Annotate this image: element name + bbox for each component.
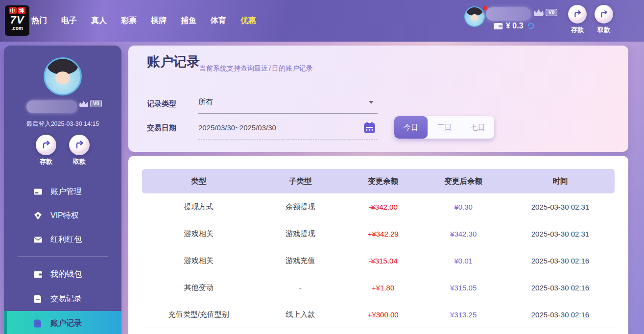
sidebar: V0 最后登入2025-03-30 14:15 存款 <box>4 46 121 334</box>
cell-time: 2025-03-30 02:16 <box>506 284 615 292</box>
logo-tld: .com <box>11 26 23 31</box>
table-row: 提现方式 余额提现 -¥342.00 ¥0.30 2025-03-30 02:3… <box>142 193 615 220</box>
cell-time: 2025-03-30 02:16 <box>506 257 615 265</box>
sidebar-menu-secondary: 我的钱包 交易记录 <box>4 262 121 334</box>
table-row: 其他变动 - +¥1.80 ¥315.05 2025-03-30 02:16 <box>142 274 615 301</box>
sidebar-divider <box>18 256 108 257</box>
nav-menu-item[interactable]: 体育 <box>211 16 226 26</box>
nav-menu-item[interactable]: 热门 <box>31 16 47 26</box>
record-type-select[interactable]: 所有 <box>198 94 378 114</box>
cell-time: 2025-03-30 02:31 <box>506 230 615 238</box>
action-label: 存款 <box>571 25 584 34</box>
record-type-value: 所有 <box>198 97 213 107</box>
vip-badge: V0 <box>546 9 557 16</box>
table-header-cell: 时间 <box>506 176 615 187</box>
cell-after-balance: ¥342.30 <box>421 230 506 238</box>
date-range-tabs: 今日 三日 七日 <box>394 116 494 139</box>
sidebar-menu-label: 账户管理 <box>50 187 82 197</box>
navbar-actions: 存款 取款 <box>568 5 613 34</box>
cell-type: 游戏相关 <box>142 256 256 265</box>
cell-change-amount: +¥300.00 <box>345 310 421 319</box>
nav-menu-item[interactable]: 优惠 <box>240 16 256 26</box>
action-label: 取款 <box>73 157 86 166</box>
sidebar-menu-label: 我的钱包 <box>50 269 82 280</box>
sidebar-user-avatar[interactable] <box>44 57 82 95</box>
chevron-down-icon <box>369 101 374 104</box>
withdraw-icon <box>69 135 90 155</box>
sidebar-menu-primary: 账户管理 VIP特权 <box>4 180 121 252</box>
cell-subtype: - <box>256 284 345 292</box>
nav-menu-item[interactable]: 棋牌 <box>151 16 167 26</box>
table-header-cell: 类型 <box>142 176 256 187</box>
sidebar-quick-action[interactable]: 取款 <box>69 135 90 166</box>
cell-subtype: 余额提现 <box>256 202 345 212</box>
table-row: 游戏相关 游戏充值 -¥315.04 ¥0.01 2025-03-30 02:1… <box>142 247 615 274</box>
sidebar-menu-label: 红利红包 <box>50 235 82 245</box>
sidebar-menu-item[interactable]: VIP特权 <box>4 204 121 228</box>
page-title: 账户记录 <box>147 53 200 71</box>
sidebar-menu-item[interactable]: 账户记录 <box>4 311 121 334</box>
table-header-cell: 子类型 <box>256 176 345 187</box>
sidebar-quick-action[interactable]: 存款 <box>36 135 56 166</box>
table-row: 充值类型/充值型别 线上入款 +¥300.00 ¥313.25 2025-03-… <box>142 301 615 328</box>
range-tab[interactable]: 今日 <box>394 116 428 139</box>
nav-menu-item[interactable]: 真人 <box>91 16 107 26</box>
date-range-input[interactable]: 2025/03/30~2025/03/30 <box>198 119 378 140</box>
nav-menu-item[interactable]: 电子 <box>61 16 77 26</box>
cell-after-balance: ¥315.05 <box>421 284 506 292</box>
cell-subtype: 游戏提现 <box>256 229 345 239</box>
sidebar-vip-level: V0 <box>78 100 102 107</box>
sidebar-menu-label: VIP特权 <box>50 211 79 221</box>
date-range-value: 2025/03/30~2025/03/30 <box>198 123 276 132</box>
cell-type: 其他变动 <box>142 283 256 292</box>
table-row: 游戏相关 游戏提现 +¥342.29 ¥342.30 2025-03-30 02… <box>142 220 615 247</box>
crown-icon <box>78 100 89 107</box>
range-tab[interactable]: 三日 <box>428 116 461 139</box>
sidebar-menu-item[interactable]: 交易记录 <box>4 286 121 311</box>
navbar-action[interactable]: 存款 <box>568 5 587 34</box>
top-navbar: 申 博 7V .com 热门 电子 真人 彩票 棋牌 捕鱼 体育 优惠 <box>0 0 644 42</box>
records-table: 类型 子类型 变更余额 变更后余额 时间 提现方式 余额提现 -¥342.00 … <box>142 169 615 328</box>
cell-change-amount: +¥1.80 <box>345 284 421 292</box>
cell-type: 游戏相关 <box>142 229 256 239</box>
last-login-text: 最后登入2025-03-30 14:15 <box>4 120 121 128</box>
deposit-icon <box>568 5 587 24</box>
cell-after-balance: ¥0.30 <box>421 203 506 211</box>
table-header-cell: 变更后余额 <box>421 176 506 187</box>
table-header-cell: 变更余额 <box>345 176 421 187</box>
site-logo[interactable]: 申 博 7V .com <box>5 5 29 36</box>
sidebar-menu-label: 交易记录 <box>50 294 82 304</box>
calendar-icon[interactable] <box>363 121 376 136</box>
page-subtitle: 当前系统支持查询最近7日的账户记录 <box>199 64 313 73</box>
sidebar-username-blurred <box>26 100 77 113</box>
cell-after-balance: ¥313.25 <box>421 310 506 319</box>
wallet-icon <box>494 23 503 30</box>
table-header-row: 类型 子类型 变更余额 变更后余额 时间 <box>142 169 615 193</box>
range-tab[interactable]: 七日 <box>461 116 494 139</box>
nav-menu-item[interactable]: 彩票 <box>121 16 137 26</box>
vip-gem-icon <box>33 211 43 220</box>
nav-menu-item[interactable]: 捕鱼 <box>181 16 196 26</box>
record-type-label: 记录类型 <box>147 99 176 109</box>
cell-change-amount: +¥342.29 <box>345 230 421 238</box>
sidebar-menu-item[interactable]: 红利红包 <box>4 228 121 252</box>
wallet-icon <box>33 270 43 279</box>
deposit-icon <box>36 135 56 155</box>
logo-badge-right: 博 <box>18 7 25 14</box>
balance-amount: ¥ 0.3 <box>506 22 524 30</box>
cell-type: 提现方式 <box>142 202 256 212</box>
user-avatar[interactable] <box>464 6 485 27</box>
transaction-doc-icon <box>33 294 43 304</box>
date-range-label: 交易日期 <box>147 123 176 133</box>
action-label: 存款 <box>40 157 52 166</box>
cell-after-balance: ¥0.01 <box>421 257 506 265</box>
sidebar-menu-label: 账户记录 <box>50 318 82 329</box>
cell-subtype: 线上入款 <box>256 310 345 319</box>
records-panel: 类型 子类型 变更余额 变更后余额 时间 提现方式 余额提现 -¥342.00 … <box>128 156 628 334</box>
cell-change-amount: -¥342.00 <box>345 203 421 211</box>
refresh-icon[interactable] <box>526 22 535 30</box>
sidebar-menu-item[interactable]: 我的钱包 <box>4 262 121 286</box>
account-card-icon <box>33 187 43 196</box>
navbar-action[interactable]: 取款 <box>595 5 613 34</box>
sidebar-menu-item[interactable]: 账户管理 <box>4 180 121 204</box>
